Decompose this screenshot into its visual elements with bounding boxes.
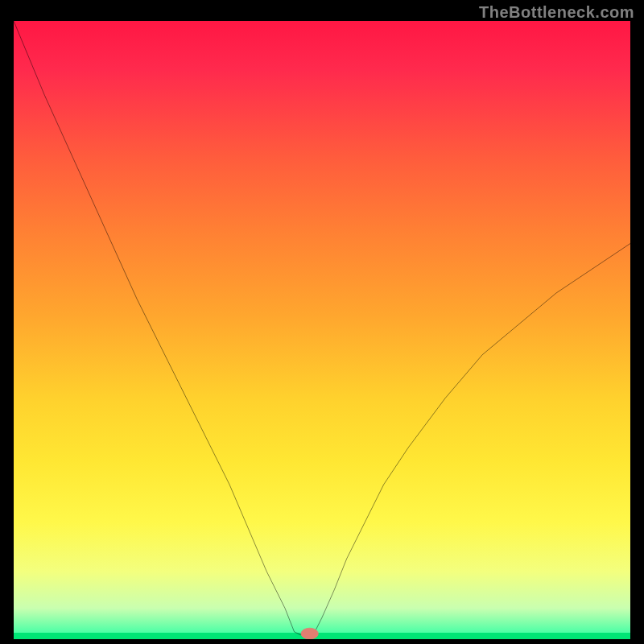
chart-root: TheBottleneck.com bbox=[0, 0, 644, 644]
plot-area bbox=[14, 21, 630, 639]
plot-overlay bbox=[14, 21, 630, 639]
curve-line bbox=[14, 21, 630, 635]
marker-point bbox=[301, 628, 318, 639]
attribution-label: TheBottleneck.com bbox=[479, 3, 634, 22]
